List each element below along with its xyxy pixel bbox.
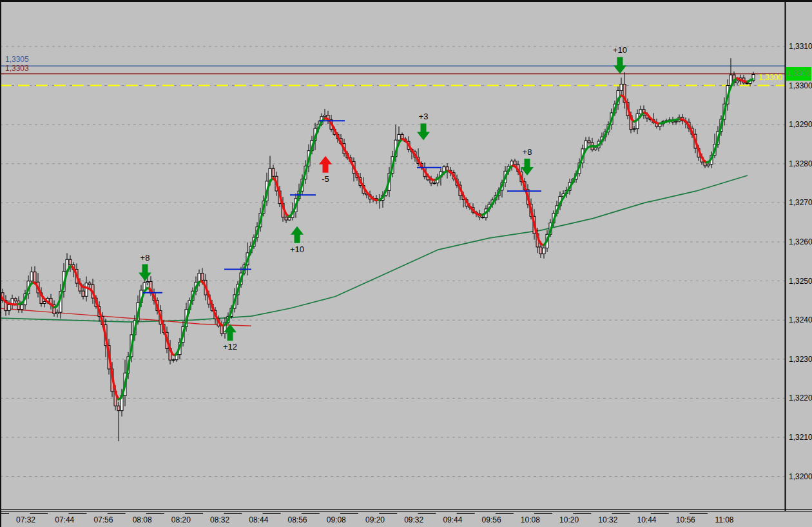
hline-label-13305: 1,3305	[5, 55, 29, 64]
signal-profit-label: +12	[223, 342, 237, 352]
chart-background	[0, 0, 812, 527]
price-chart[interactable]: 1,33101,33001,32901,32801,32701,32601,32…	[0, 0, 812, 527]
signal-profit-label: +10	[290, 244, 304, 254]
signal-profit-label: -5	[322, 174, 329, 184]
hline-label-13300: 1,3300	[741, 74, 782, 82]
chart-window: 1,33101,33001,32901,32801,32701,32601,32…	[0, 0, 812, 527]
time-axis[interactable]	[0, 510, 812, 527]
signal-profit-label: +8	[140, 253, 150, 263]
window-border-left	[0, 0, 1, 527]
window-border-top	[0, 0, 812, 2]
signal-profit-label: +3	[419, 112, 429, 121]
signal-profit-label: +10	[613, 45, 627, 55]
signal-profit-label: +8	[523, 147, 532, 157]
current-price-badge: 1,3303	[786, 67, 811, 81]
hline-label-13303: 1,3303	[5, 65, 29, 73]
